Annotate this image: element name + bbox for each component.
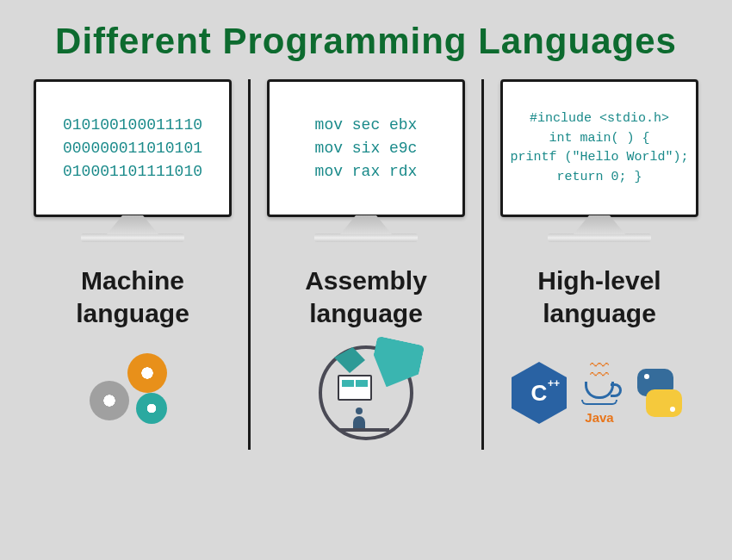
assembly-code-line: mov six e9c xyxy=(315,137,418,160)
gears-icon xyxy=(81,350,184,436)
monitor-base xyxy=(81,233,184,242)
columns-container: 010100100011110 000000011010101 01000110… xyxy=(0,79,732,450)
icons-machine xyxy=(81,350,184,436)
gear-icon xyxy=(136,393,167,424)
monitor-base xyxy=(314,233,418,242)
hll-code-line: return 0; } xyxy=(556,168,642,188)
hll-code-line: #include <stdio.h> xyxy=(530,109,669,129)
monitor-stand xyxy=(107,215,158,234)
monitor-base xyxy=(548,233,651,242)
hll-code-line: printf ("Hello World"); xyxy=(510,148,688,168)
java-steam-icon: 〰〰 xyxy=(590,361,609,380)
java-text: Java xyxy=(585,410,613,425)
monitor-stand xyxy=(340,215,392,234)
machine-code-line: 010100100011110 xyxy=(63,114,202,137)
cpp-logo-icon: C ++ xyxy=(512,362,567,424)
monitor-highlevel: #include <stdio.h> int main( ) { printf … xyxy=(500,79,698,217)
java-logo-icon: 〰〰 Java xyxy=(574,361,625,425)
gear-icon xyxy=(127,353,167,393)
column-highlevel: #include <stdio.h> int main( ) { printf … xyxy=(487,79,711,450)
label-machine: Machine language xyxy=(76,264,189,329)
assembly-code-line: mov rax rdx xyxy=(315,160,418,184)
python-logo-icon xyxy=(632,365,687,420)
monitor-stand xyxy=(574,215,625,234)
monitor-assembly: mov sec ebx mov six e9c mov rax rdx xyxy=(267,79,465,217)
column-machine: 010100100011110 000000011010101 01000110… xyxy=(21,79,245,450)
dashboard-icon xyxy=(319,345,413,440)
page-title: Different Programming Languages xyxy=(0,0,732,79)
java-cup-icon xyxy=(585,382,614,399)
label-assembly: Assembly language xyxy=(305,264,427,329)
cpp-text: C xyxy=(531,380,548,407)
machine-code-line: 010001101111010 xyxy=(63,160,202,184)
machine-code-line: 000000011010101 xyxy=(63,137,202,160)
column-assembly: mov sec ebx mov six e9c mov rax rdx Asse… xyxy=(254,79,478,450)
column-divider xyxy=(248,79,251,450)
icons-highlevel: C ++ 〰〰 Java xyxy=(512,350,687,436)
label-highlevel: High-level language xyxy=(537,264,661,329)
cpp-plus: ++ xyxy=(548,379,560,388)
python-bottom-icon xyxy=(646,389,682,417)
assembly-code-line: mov sec ebx xyxy=(315,114,418,137)
gear-icon xyxy=(90,381,129,420)
icons-assembly xyxy=(319,350,413,436)
hll-code-line: int main( ) { xyxy=(549,129,649,149)
java-saucer-icon xyxy=(581,400,617,405)
column-divider xyxy=(481,79,484,450)
monitor-machine: 010100100011110 000000011010101 01000110… xyxy=(34,79,232,217)
